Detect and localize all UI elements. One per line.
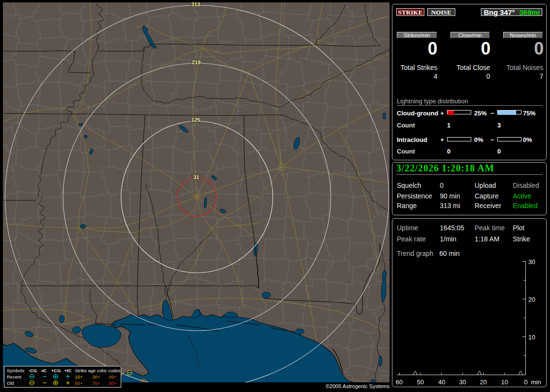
svg-text:219: 219 <box>192 59 201 65</box>
svg-text:20: 20 <box>480 378 487 386</box>
svg-text:60: 60 <box>396 378 403 386</box>
svg-text:50: 50 <box>417 378 424 386</box>
svg-text:313: 313 <box>191 2 200 7</box>
svg-text:31: 31 <box>193 174 199 180</box>
svg-text:20: 20 <box>528 296 535 303</box>
svg-text:0: 0 <box>524 378 527 386</box>
svg-text:40: 40 <box>438 378 445 386</box>
svg-text:30: 30 <box>459 378 466 386</box>
svg-text:10: 10 <box>501 378 508 386</box>
svg-text:30: 30 <box>528 258 535 266</box>
svg-text:125: 125 <box>191 117 200 123</box>
svg-text:10: 10 <box>528 334 535 341</box>
svg-text:min: min <box>531 378 541 386</box>
